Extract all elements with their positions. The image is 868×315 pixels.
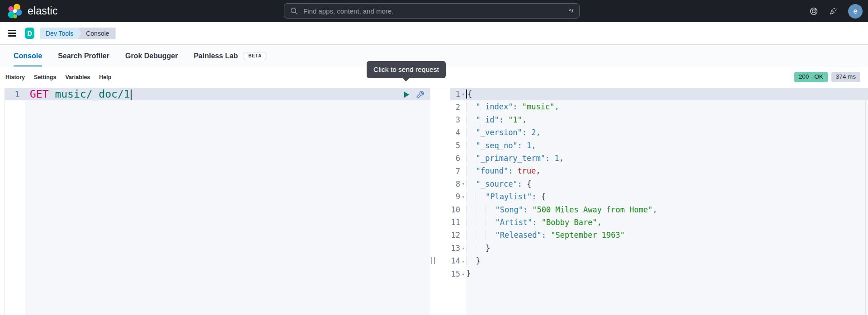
response-line: 3 "_id": "1", [450, 113, 868, 126]
deployment-badge[interactable]: D [25, 28, 34, 39]
fold-toggle-icon[interactable]: ▾ [460, 92, 466, 97]
fold-toggle-icon[interactable]: ▴ [460, 259, 466, 263]
news-party-popper-icon[interactable] [829, 7, 838, 16]
search-icon [290, 7, 298, 15]
breadcrumb: Dev Tools Console [40, 28, 116, 39]
response-line: 8▾ "_source": { [450, 178, 868, 190]
request-options-wrench-icon[interactable] [415, 90, 425, 99]
fold-toggle-icon[interactable]: ▴ [460, 245, 466, 250]
request-actions [402, 90, 425, 99]
tab-search-profiler[interactable]: Search Profiler [58, 45, 109, 67]
send-request-tooltip: Click to send request [367, 61, 446, 78]
line-number: 11 [450, 216, 466, 229]
menu-toggle-icon[interactable] [8, 30, 16, 37]
line-number: 9▾ [450, 190, 466, 203]
response-line: 14▴ } [450, 254, 868, 267]
toolbar-help[interactable]: Help [99, 74, 111, 80]
response-line: 12 "Released": "September 1963" [450, 229, 868, 241]
request-line: 1 GET music/_doc/1 [5, 88, 430, 100]
breadcrumb-console: Console [77, 28, 115, 39]
line-number: 14▴ [450, 254, 466, 267]
line-number: 8▾ [450, 178, 466, 190]
line-number: 12 [450, 229, 466, 241]
toolbar-settings[interactable]: Settings [34, 74, 56, 80]
tab-painless-lab[interactable]: Painless Lab BETA [193, 45, 267, 67]
line-number: 2 [450, 100, 466, 113]
tab-grok-debugger[interactable]: Grok Debugger [125, 45, 178, 67]
send-request-play-icon[interactable] [402, 90, 411, 99]
response-line: 10 "Song": "500 Miles Away from Home", [450, 203, 868, 216]
tab-console[interactable]: Console [14, 45, 42, 67]
text-cursor [131, 89, 132, 100]
user-avatar[interactable]: e [848, 4, 863, 19]
search-shortcut-hint: ^/ [569, 8, 573, 14]
response-line: 6 "_primary_term": 1, [450, 152, 868, 165]
line-number: 13▴ [450, 242, 466, 254]
print-margin-line [865, 88, 866, 315]
fold-toggle-icon[interactable]: ▴ [460, 271, 466, 276]
line-number: 1▾ [450, 88, 466, 100]
line-number: 1 [5, 88, 25, 100]
elastic-logo-icon [8, 4, 23, 19]
response-line: 11 "Artist": "Bobby Bare", [450, 216, 868, 229]
beta-badge: BETA [243, 52, 267, 60]
toolbar-history[interactable]: History [5, 74, 25, 80]
global-header: elastic ^/ [0, 0, 868, 22]
toolbar-variables[interactable]: Variables [65, 74, 90, 80]
response-line: 1▾{ [450, 88, 868, 100]
fold-toggle-icon[interactable]: ▾ [460, 194, 466, 199]
request-path: music/_doc/1 [55, 88, 130, 100]
text-cursor [466, 89, 467, 99]
help-icon[interactable] [809, 7, 818, 16]
response-code: 1▾{2 "_index": "music",3 "_id": "1",4 "_… [450, 88, 868, 315]
header-actions: e [809, 0, 863, 22]
global-search[interactable]: ^/ [284, 3, 580, 19]
line-number: 5 [450, 139, 466, 152]
response-line: 5 "_seq_no": 1, [450, 139, 868, 152]
response-line: 15▴} [450, 267, 868, 280]
console-workspace: 1 GET music/_doc/1 1▾{2 "_index": [0, 87, 868, 315]
breadcrumb-bar: D Dev Tools Console [0, 22, 868, 45]
response-status: 200 - OK 374 ms [794, 72, 860, 82]
pane-resize-handle[interactable] [431, 257, 435, 264]
line-number: 4 [450, 126, 466, 139]
status-badge: 200 - OK [794, 72, 828, 82]
response-line: 9▾ "Playlist": { [450, 190, 868, 203]
line-number: 15▴ [450, 267, 466, 280]
request-code[interactable]: GET music/_doc/1 [25, 88, 430, 100]
line-number: 7 [450, 165, 466, 177]
line-number: 3 [450, 113, 466, 126]
response-line: 4 "_version": 2, [450, 126, 868, 139]
response-editor[interactable]: 1▾{2 "_index": "music",3 "_id": "1",4 "_… [450, 88, 868, 315]
kibana-dev-tools-console: elastic ^/ [0, 0, 868, 315]
line-number: 6 [450, 152, 466, 165]
fold-toggle-icon[interactable]: ▾ [460, 181, 466, 186]
elastic-logo[interactable]: elastic [8, 0, 58, 22]
http-method: GET [30, 88, 49, 100]
line-number: 10 [450, 203, 466, 216]
response-line: 2 "_index": "music", [450, 100, 868, 113]
response-line: 7 "found": true, [450, 165, 868, 177]
breadcrumb-dev-tools[interactable]: Dev Tools [40, 28, 81, 39]
search-input[interactable] [302, 7, 564, 15]
request-editor[interactable]: 1 GET music/_doc/1 [5, 88, 430, 315]
response-line: 13▴ } [450, 242, 868, 254]
time-badge: 374 ms [831, 72, 860, 82]
brand-name: elastic [28, 5, 58, 17]
